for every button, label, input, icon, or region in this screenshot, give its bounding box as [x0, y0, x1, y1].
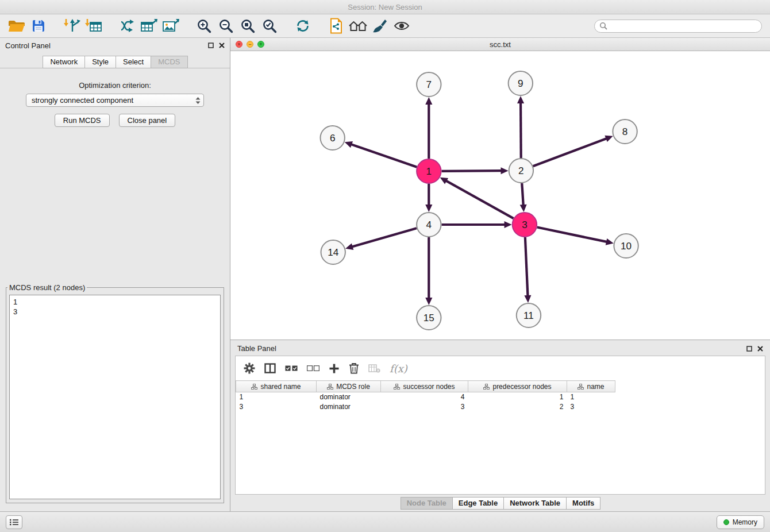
close-panel-icon[interactable]: [757, 346, 763, 352]
float-window-icon[interactable]: [208, 43, 214, 48]
zoom-selected-icon: [262, 18, 277, 33]
open-session-button[interactable]: [6, 16, 28, 36]
task-history-button[interactable]: [6, 515, 22, 529]
import-table-button[interactable]: [83, 16, 105, 36]
app-titlebar[interactable]: Session: New Session: [0, 0, 770, 14]
graph-edge-3-10[interactable]: [537, 228, 607, 242]
column-header-successor-nodes[interactable]: successor nodes: [381, 381, 468, 392]
show-hide-button[interactable]: [391, 16, 413, 36]
column-header-mcds-role[interactable]: MCDS role: [317, 381, 381, 392]
graph-node-7[interactable]: 7: [417, 72, 441, 97]
column-header-shared-name[interactable]: shared name: [236, 381, 317, 392]
zoom-out-button[interactable]: [215, 16, 237, 36]
table-row[interactable]: 3dominator323: [236, 402, 615, 412]
delete-row-icon[interactable]: [349, 363, 359, 374]
export-network-button[interactable]: [116, 16, 138, 36]
float-window-icon[interactable]: [746, 346, 752, 352]
column-header-name[interactable]: name: [567, 381, 615, 392]
show-column-icon[interactable]: [264, 363, 276, 373]
graph-edge-1-6[interactable]: [351, 144, 417, 167]
add-row-icon[interactable]: [329, 363, 340, 374]
tab-select[interactable]: Select: [116, 56, 151, 68]
settings-gear-icon[interactable]: [244, 363, 255, 374]
home-overview-button[interactable]: [347, 16, 369, 36]
network-document-button[interactable]: [325, 16, 347, 36]
graph-node-10[interactable]: 10: [614, 234, 638, 258]
graph-node-2[interactable]: 2: [509, 159, 533, 183]
column-header-predecessor-nodes[interactable]: predecessor nodes: [468, 381, 567, 392]
table-cell[interactable]: 3: [381, 402, 468, 412]
tab-network[interactable]: Network: [43, 56, 85, 68]
mcds-result-list[interactable]: 13: [9, 295, 221, 499]
table-cell[interactable]: dominator: [317, 402, 381, 412]
export-table-button[interactable]: [138, 16, 160, 36]
select-all-checkboxes-icon[interactable]: [285, 365, 298, 371]
tab-network-table[interactable]: Network Table: [503, 497, 567, 510]
graph-node-3[interactable]: 3: [513, 213, 537, 237]
close-panel-button[interactable]: Close panel: [119, 114, 176, 127]
table-cell[interactable]: dominator: [317, 392, 381, 402]
style-button[interactable]: [369, 16, 391, 36]
tab-mcds[interactable]: MCDS: [151, 56, 187, 68]
mcds-result-item[interactable]: 3: [13, 307, 217, 317]
graph-node-9[interactable]: 9: [509, 71, 533, 95]
graph-edge-3-1[interactable]: [445, 180, 513, 218]
graph-node-8[interactable]: 8: [613, 119, 637, 144]
graph-node-4[interactable]: 4: [417, 213, 441, 237]
zoom-selected-button[interactable]: [259, 16, 280, 36]
close-window-button[interactable]: ×: [236, 41, 242, 48]
network-window-titlebar[interactable]: × – + scc.txt: [230, 38, 770, 51]
svg-text:4: 4: [426, 219, 432, 230]
tab-motifs[interactable]: Motifs: [566, 497, 600, 510]
search-box[interactable]: [594, 20, 762, 33]
minimize-window-button[interactable]: –: [247, 41, 253, 48]
tab-style[interactable]: Style: [84, 56, 116, 68]
search-input[interactable]: [610, 22, 757, 30]
table-cell[interactable]: 1: [567, 392, 615, 402]
graph-edge-3-11[interactable]: [525, 237, 528, 296]
tab-edge-table[interactable]: Edge Table: [452, 497, 504, 510]
graph-edge-arrowhead: [345, 243, 353, 250]
graph-node-1[interactable]: 1: [417, 159, 441, 183]
export-image-button[interactable]: [160, 16, 182, 36]
table-cell[interactable]: 2: [468, 402, 567, 412]
zoom-fit-button[interactable]: [237, 16, 259, 36]
graph-edge-2-8[interactable]: [533, 138, 607, 166]
table-scroll-area[interactable]: shared nameMCDS rolesuccessor nodesprede…: [236, 380, 765, 494]
export-network-icon: [120, 18, 134, 33]
table-cell[interactable]: 4: [381, 392, 468, 402]
memory-button[interactable]: Memory: [717, 515, 764, 529]
status-bar: Memory: [0, 511, 770, 532]
run-mcds-button[interactable]: Run MCDS: [55, 114, 110, 127]
graph-edge-arrowhead: [605, 136, 613, 142]
apply-layout-button[interactable]: [292, 16, 314, 36]
export-image-icon: [162, 18, 179, 33]
zoom-window-button[interactable]: +: [257, 41, 264, 48]
app-title: Session: New Session: [348, 3, 422, 11]
optimization-criterion-select[interactable]: strongly connected component: [26, 94, 204, 107]
network-canvas[interactable]: 7968124314101511: [230, 51, 770, 340]
table-cell[interactable]: 3: [236, 402, 317, 412]
deselect-all-checkboxes-icon[interactable]: [307, 365, 319, 371]
graph-edge-4-14[interactable]: [352, 228, 417, 247]
table-cell[interactable]: 3: [567, 402, 615, 412]
mcds-result-item[interactable]: 1: [13, 297, 217, 307]
table-cell[interactable]: 1: [468, 392, 567, 402]
graph-node-14[interactable]: 14: [321, 240, 345, 264]
table-row[interactable]: 1dominator411: [236, 392, 615, 402]
import-network-button[interactable]: [61, 16, 83, 36]
zoom-in-button[interactable]: [193, 16, 215, 36]
graph-edge-2-3[interactable]: [522, 183, 523, 206]
sort-hierarchy-icon: [483, 384, 490, 390]
graph-node-11[interactable]: 11: [517, 303, 541, 327]
save-session-button[interactable]: [28, 16, 49, 36]
table-content: f(x) shared nameMCDS rolesuccessor nodes…: [235, 356, 765, 495]
tab-node-table[interactable]: Node Table: [401, 497, 453, 510]
graph-edge-2-9[interactable]: [521, 102, 521, 158]
table-panel-title: Table Panel: [237, 344, 276, 353]
graph-edge-1-2[interactable]: [442, 171, 502, 171]
graph-node-15[interactable]: 15: [417, 306, 441, 330]
graph-node-6[interactable]: 6: [321, 126, 345, 150]
close-panel-icon[interactable]: [219, 43, 225, 48]
table-cell[interactable]: 1: [236, 392, 317, 402]
